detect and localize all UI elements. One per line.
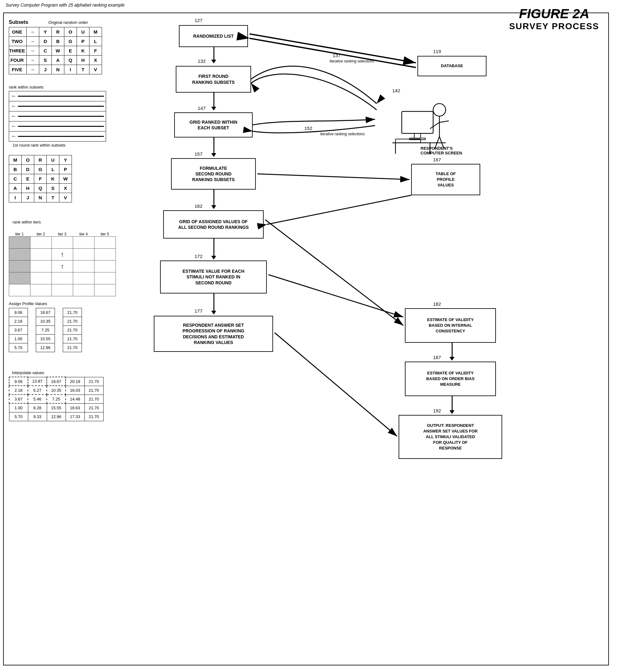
node-152: 152 <box>304 125 312 131</box>
table-cell <box>95 261 116 272</box>
arrow-line <box>213 190 214 205</box>
profile-section: Assign Profile Values 9.06 2.18 3.67 1.0… <box>9 301 82 352</box>
round1-table: MORUY BDGLP CEFKW AHQSX IJNTV <box>9 155 72 202</box>
table-cell: F <box>34 174 47 184</box>
left-arrow-icon: ← <box>11 113 17 120</box>
arrow-head <box>211 60 216 64</box>
table-cell: B <box>51 37 64 46</box>
table-row: 21.70 <box>63 308 82 317</box>
table-cell: F <box>89 46 102 56</box>
table-cell <box>95 249 116 261</box>
table-cell: 5.46 <box>28 395 47 403</box>
table-cell: Y <box>39 27 51 37</box>
table-cell: T <box>47 193 59 202</box>
table-cell: A <box>9 184 22 193</box>
node-119: 119 <box>433 49 441 54</box>
arrow-162-172 <box>211 238 216 260</box>
table-cell: 14.48 <box>66 395 84 403</box>
arrow-cell: → <box>26 65 39 74</box>
table-row: TWO → D B G P L <box>9 37 102 46</box>
box-output: OUTPUT: RESPONDENT ANSWER SET VALUES FOR… <box>399 415 502 459</box>
table-cell <box>73 261 95 272</box>
respondent-label: RESPONDENT'SCOMPUTER SCREEN <box>421 146 462 155</box>
box-formulate: FORMULATE SECOND ROUND RANKING SUBSETS <box>171 158 256 190</box>
arrow-line <box>18 106 104 107</box>
arrow-head <box>211 256 216 260</box>
arrow-line <box>18 116 104 117</box>
table-cell: L <box>89 37 102 46</box>
table-cell: 18.67 <box>47 377 66 386</box>
table-cell: E <box>22 174 34 184</box>
table-cell <box>30 249 52 261</box>
arrow-172-177 <box>211 293 216 314</box>
profile-label: Assign Profile Values <box>9 301 82 306</box>
table-cell <box>9 261 30 272</box>
arrow-row-cell: ← <box>9 91 106 101</box>
arrow-cell: → <box>26 27 39 37</box>
node-182: 182 <box>433 301 441 307</box>
tier-header: tier 3 <box>51 232 73 236</box>
table-cell <box>73 284 95 296</box>
table-cell: 17.33 <box>66 412 84 421</box>
table-row: 7.25 <box>36 326 55 334</box>
box-database: DATABASE <box>417 56 487 76</box>
arrow-row-cell: ← <box>9 131 106 141</box>
arrow-row-cell: ← <box>9 101 106 111</box>
tier-header: tier 2 <box>30 232 51 236</box>
table-row: 9.06 <box>9 308 28 317</box>
interpolate-section: 272 Interpolate values 9.06 13.87 18.67 … <box>9 370 104 421</box>
left-arrow-icon: ← <box>11 133 17 140</box>
arrow-line <box>213 293 214 311</box>
table-cell <box>95 272 116 284</box>
table-cell: 10.35 <box>47 386 66 395</box>
table-cell: L <box>47 165 59 174</box>
table-cell <box>30 261 52 272</box>
table-row: BDGLP <box>9 165 72 174</box>
table-row: 9.06 13.87 18.67 20.19 21.70 <box>9 377 103 386</box>
page: Survey Computer Program with 25 alphabet… <box>0 0 618 672</box>
arrow-182-187 <box>449 343 454 361</box>
table-cell: X <box>89 56 102 65</box>
table-cell: S <box>47 184 59 193</box>
table-cell <box>73 237 95 249</box>
table-cell <box>9 284 30 296</box>
table-cell: 3.67 <box>9 395 28 403</box>
arrow-head <box>211 153 216 157</box>
arrow-head <box>449 357 454 361</box>
iterative-label-152: Iterative ranking selections <box>320 132 365 136</box>
svg-rect-0 <box>402 111 433 133</box>
arrow-127-132 <box>211 47 216 64</box>
subset-label: TWO <box>9 37 27 46</box>
box-grid-ranked: GRID RANKED WITHIN EACH SUBSET <box>174 112 253 137</box>
iterative-label-137: Iterative ranking selections <box>329 59 374 64</box>
respondent-computer-area: RESPONDENT'SCOMPUTER SCREEN <box>377 93 465 155</box>
table-cell: 15.55 <box>47 403 66 412</box>
table-row: 15.55 <box>36 334 55 344</box>
arrow-line <box>213 47 214 60</box>
table-row: FIVE → J N I T V <box>9 65 102 74</box>
table-row: 5.70 <box>9 344 28 352</box>
table-cell: 9.06 <box>9 308 28 317</box>
arrow-line <box>213 93 214 107</box>
table-cell: 3.67 <box>9 326 28 334</box>
table-cell: W <box>59 174 72 184</box>
up-arrow-icon: ↑ <box>52 261 73 272</box>
box-estimate-value: ESTIMATE VALUE FOR EACH STIMULI NOT RANK… <box>160 261 267 293</box>
table-cell: O <box>22 155 34 165</box>
table-row: CEFKW <box>9 174 72 184</box>
table-cell: A <box>51 56 64 65</box>
subset-label: THREE <box>9 46 27 56</box>
table-cell: H <box>77 56 89 65</box>
table-cell: U <box>77 27 89 37</box>
table-row: MORUY <box>9 155 72 165</box>
table-cell: R <box>51 27 64 37</box>
table-cell: M <box>89 27 102 37</box>
table-cell: Q <box>34 184 47 193</box>
table-cell: R <box>34 155 47 165</box>
table-row: 21.70 <box>63 344 82 352</box>
table-cell: 21.70 <box>84 395 103 403</box>
table-cell: B <box>9 165 22 174</box>
table-cell: 21.70 <box>63 334 82 344</box>
table-cell: J <box>39 65 51 74</box>
table-row: 1.00 8.28 15.55 18.63 21.70 <box>9 403 103 412</box>
